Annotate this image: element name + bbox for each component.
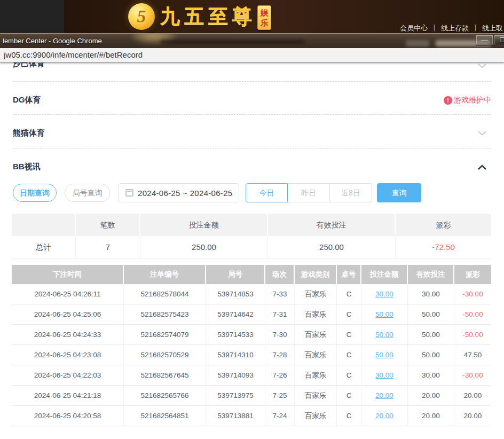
bet-table-row: 2024-06-25 04:26:11521682578044539714853… xyxy=(12,284,491,304)
url-text[interactable]: jw05.cc:9900/infe/mcenter/#/betRecord xyxy=(4,50,143,59)
background-dark-panel xyxy=(0,0,64,33)
summary-table-row: 总计 7 250.00 250.00 -72.50 xyxy=(12,236,491,258)
window-controls: — ❐ xyxy=(475,35,504,46)
bet-cell: 521682578044 xyxy=(124,284,206,304)
bet-cell: 20.00 xyxy=(408,406,454,426)
bet-cell: -30.00 xyxy=(454,365,491,385)
bet-cell: 2024-06-25 04:26:11 xyxy=(12,284,124,304)
bet-cell: 百家乐 xyxy=(295,325,337,344)
bet-cell: 百家乐 xyxy=(295,304,337,324)
bet-col-header: 投注金额 xyxy=(361,265,408,284)
coin-5-icon: 5 xyxy=(128,3,155,30)
bet-cell: 百家乐 xyxy=(295,365,337,385)
chevron-up-icon[interactable] xyxy=(477,164,487,170)
bet-table-header: 下注时间注单编号局号场次游戏类别桌号投注金额有效投注派彩 xyxy=(12,265,491,284)
bet-table-row: 2024-06-25 04:21:18521682565766539713975… xyxy=(12,386,491,406)
section-title-bb-live[interactable]: BB视讯 xyxy=(13,162,41,172)
section-title-panda-sports[interactable]: 熊猫体育 xyxy=(13,128,45,138)
bet-cell: 521682564851 xyxy=(124,406,206,426)
bet-cell: 7-30 xyxy=(265,325,295,344)
date-range-input[interactable]: 2024-06-25 ~ 2024-06-25 xyxy=(119,183,239,202)
nav-member-center[interactable]: 会员中心 xyxy=(400,24,428,32)
bet-cell: C xyxy=(337,345,361,365)
summary-bet-amount-value: 250.00 xyxy=(140,236,268,258)
bet-cell: 50.00 xyxy=(408,325,454,344)
bet-cell: 539713881 xyxy=(206,406,265,426)
bet-cell: 20.00 xyxy=(454,406,491,426)
bet-cell: 521682574079 xyxy=(124,325,206,344)
chevron-down-icon[interactable] xyxy=(477,130,487,136)
bet-cell: 2024-06-25 04:20:58 xyxy=(12,406,124,426)
bet-cell: C xyxy=(337,284,361,304)
tab-round-query[interactable]: 局号查询 xyxy=(65,184,110,202)
bet-cell: 2024-06-25 04:24:33 xyxy=(12,325,124,344)
quick-today-button[interactable]: 今日 xyxy=(246,183,288,202)
window-title: lember Center - Google Chrome xyxy=(3,37,102,45)
bet-amount-link[interactable]: 50.00 xyxy=(361,304,408,324)
bet-amount-link[interactable]: 50.00 xyxy=(361,325,408,344)
bet-cell: 2024-06-25 04:23:08 xyxy=(12,345,124,365)
bet-col-header: 桌号 xyxy=(337,265,361,284)
bet-cell: C xyxy=(337,406,361,426)
nav-separator: 丨 xyxy=(472,24,479,32)
bet-amount-link[interactable]: 50.00 xyxy=(361,345,408,365)
summary-total-label: 总计 xyxy=(12,236,76,258)
bet-amount-link[interactable]: 30.00 xyxy=(361,365,408,385)
summary-col-payout: 派彩 xyxy=(396,214,491,236)
bet-col-header: 场次 xyxy=(265,265,295,284)
site-header: 5 九五至尊 娱乐 会员中心丨线上存款丨线上取 xyxy=(0,0,504,33)
bet-amount-link[interactable]: 30.00 xyxy=(361,284,408,304)
bet-cell: 20.00 xyxy=(408,386,454,405)
bet-amount-link[interactable]: 20.00 xyxy=(361,406,408,426)
bet-table-row: 2024-06-25 04:22:03521682567645539714093… xyxy=(12,365,491,386)
section-title-dg-sports[interactable]: DG体育 xyxy=(13,95,41,105)
bet-cell: 50.00 xyxy=(408,304,454,324)
nav-withdraw[interactable]: 线上取 xyxy=(482,24,503,32)
search-button[interactable]: 查询 xyxy=(377,183,421,202)
bet-table-row: 2024-06-25 04:20:58521682564851539713881… xyxy=(12,406,491,426)
bet-cell: 7-24 xyxy=(265,406,295,426)
bet-cell: C xyxy=(337,304,361,324)
quick-last8days-button[interactable]: 近8日 xyxy=(330,183,372,202)
bet-cell: 539713975 xyxy=(206,386,265,405)
bet-cell: 7-26 xyxy=(265,365,295,385)
screen: 5 九五至尊 娱乐 会员中心丨线上存款丨线上取 lember Center - … xyxy=(0,0,504,439)
swirl-decoration xyxy=(160,40,304,44)
bet-cell: 521682570529 xyxy=(124,345,206,365)
bet-table-row: 2024-06-25 04:23:08521682570529539714310… xyxy=(12,345,491,365)
bet-col-header: 有效投注 xyxy=(408,265,454,284)
summary-payout-value: -72.50 xyxy=(396,236,491,258)
minimize-button[interactable]: — xyxy=(476,35,493,46)
browser-url-bar[interactable]: jw05.cc:9900/infe/mcenter/#/betRecord xyxy=(0,48,504,62)
summary-table: 笔数 投注金额 有效投注 派彩 总计 7 250.00 250.00 -72.5… xyxy=(12,214,491,258)
summary-col-count: 笔数 xyxy=(76,214,140,236)
bet-cell: C xyxy=(337,386,361,405)
bet-cell: 百家乐 xyxy=(295,386,337,405)
nav-separator: 丨 xyxy=(431,24,438,32)
quick-yesterday-button[interactable]: 昨日 xyxy=(288,183,330,202)
bet-cell: 7-25 xyxy=(265,386,295,405)
bet-table: 下注时间注单编号局号场次游戏类别桌号投注金额有效投注派彩 2024-06-25 … xyxy=(12,265,491,426)
bet-cell: 539714642 xyxy=(206,304,265,324)
bet-amount-link[interactable]: 20.00 xyxy=(361,386,408,405)
nav-deposit[interactable]: 线上存款 xyxy=(441,24,469,32)
bet-col-header: 下注时间 xyxy=(12,265,124,284)
bet-cell: 521682575423 xyxy=(124,304,206,324)
quick-range-group: 今日 昨日 近8日 xyxy=(246,183,372,202)
bet-cell: 539714853 xyxy=(206,284,265,304)
brand-logo: 5 九五至尊 娱乐 xyxy=(128,3,271,30)
section-divider xyxy=(13,81,491,82)
chevron-down-icon[interactable] xyxy=(477,63,487,69)
bet-col-header: 派彩 xyxy=(454,265,491,284)
maximize-button[interactable]: ❐ xyxy=(494,35,504,46)
bet-cell: 521682567645 xyxy=(124,365,206,385)
bet-cell: 539714533 xyxy=(206,325,265,344)
calendar-icon xyxy=(125,189,133,197)
section-title-shaba-sports[interactable]: 沙巴体育 xyxy=(13,62,45,69)
window-titlebar[interactable]: lember Center - Google Chrome — ❐ xyxy=(0,33,504,48)
bet-col-header: 局号 xyxy=(206,265,265,284)
summary-count-value: 7 xyxy=(76,236,140,258)
tab-date-query[interactable]: 日期查询 xyxy=(13,184,57,202)
bet-cell: 百家乐 xyxy=(295,345,337,365)
top-nav-links: 会员中心丨线上存款丨线上取 xyxy=(400,23,503,33)
